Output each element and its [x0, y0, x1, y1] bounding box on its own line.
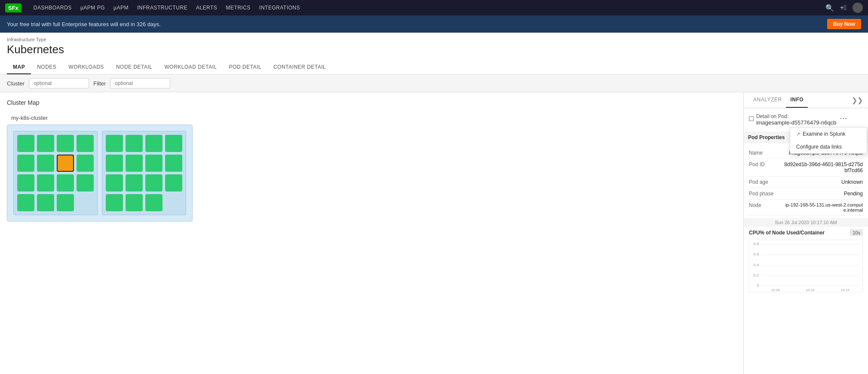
empty-cell — [77, 194, 94, 211]
banner-message: Your free trial with full Enterprise fea… — [7, 21, 161, 27]
list-item[interactable] — [126, 135, 143, 152]
chart-svg: 0.8 0.6 0.4 0.2 0 10:05 10:10 — [749, 240, 862, 292]
main-layout: Cluster Map my-k8s-cluster — [0, 92, 868, 374]
tab-pod-detail[interactable]: POD DETAIL — [223, 61, 267, 74]
cluster-map-title: Cluster Map — [7, 99, 736, 106]
list-item[interactable] — [165, 174, 182, 192]
chart-section: CPU% of Node Used/Container 10s 0.8 0.6 … — [749, 229, 863, 292]
nav-dashboards[interactable]: DASHBOARDS — [34, 5, 72, 11]
top-nav: SFx DASHBOARDS µAPM PG µAPM INFRASTRUCTU… — [0, 0, 868, 15]
nav-uapm[interactable]: µAPM — [113, 5, 129, 11]
svg-text:0.8: 0.8 — [754, 242, 759, 246]
list-item[interactable] — [145, 135, 163, 152]
prop-node: Node ip-192-168-55-131.us-west-2.compute… — [749, 200, 863, 216]
prop-pod-age: Pod age Unknown — [749, 176, 863, 188]
list-item[interactable] — [17, 194, 34, 211]
selected-pod-cell[interactable] — [57, 155, 74, 172]
list-item[interactable] — [145, 194, 163, 211]
page-title: Kubernetes — [7, 43, 861, 56]
filter-bar: Cluster Filter — [0, 75, 868, 92]
svg-text:0.6: 0.6 — [754, 252, 759, 256]
list-item[interactable] — [106, 194, 123, 211]
list-item[interactable] — [126, 155, 143, 172]
cluster-label: Cluster — [7, 80, 25, 87]
right-panel: ANALYZER INFO ❯❯ □ Detail on Pod: images… — [743, 92, 868, 374]
tab-map[interactable]: MAP — [7, 61, 31, 74]
list-item[interactable] — [37, 135, 54, 152]
sfx-logo[interactable]: SFx — [5, 3, 21, 12]
tab-node-detail[interactable]: NODE DETAIL — [110, 61, 159, 74]
examine-in-splunk-item[interactable]: ↗ Examine in Splunk — [790, 128, 867, 140]
list-item[interactable] — [126, 174, 143, 192]
dropdown-menu: ↗ Examine in Splunk Configure data links — [790, 127, 867, 154]
tab-workload-detail[interactable]: WORKLOAD DETAIL — [159, 61, 223, 74]
cluster-input[interactable] — [29, 78, 89, 88]
list-item[interactable] — [145, 155, 163, 172]
tab-bar: MAP NODES WORKLOADS NODE DETAIL WORKLOAD… — [7, 61, 861, 74]
infra-type-label: Infrastructure Type — [7, 37, 861, 42]
panel-expand-icon[interactable]: ❯❯ — [852, 96, 863, 104]
chart-title: CPU% of Node Used/Container — [749, 230, 825, 236]
pod-detail-header: □ Detail on Pod: imagesample-d55776479-n… — [749, 113, 863, 126]
chart-header: CPU% of Node Used/Container 10s — [749, 229, 863, 236]
more-options-button[interactable]: ⋯ — [839, 113, 848, 123]
pod-detail-text: Detail on Pod: imagesample-d55776479-n6q… — [756, 113, 836, 126]
examine-icon: ↗ — [796, 131, 800, 137]
chart-interval: 10s — [850, 229, 863, 236]
list-item[interactable] — [165, 135, 182, 152]
pod-name: imagesample-d55776479-n6qcb — [756, 119, 836, 126]
svg-text:0.4: 0.4 — [754, 263, 759, 267]
empty-cell — [165, 194, 182, 211]
user-avatar[interactable] — [853, 3, 863, 13]
nav-integrations[interactable]: INTEGRATIONS — [259, 5, 300, 11]
list-item[interactable] — [106, 155, 123, 172]
svg-text:0: 0 — [757, 283, 759, 288]
svg-text:10:10: 10:10 — [806, 288, 815, 292]
chart-area: 0.8 0.6 0.4 0.2 0 10:05 10:10 — [749, 240, 863, 292]
list-item[interactable] — [57, 194, 74, 211]
list-item[interactable] — [57, 135, 74, 152]
list-item[interactable] — [37, 194, 54, 211]
nav-infrastructure[interactable]: INFRASTRUCTURE — [137, 5, 187, 11]
filter-label: Filter — [93, 80, 106, 87]
list-item[interactable] — [37, 174, 54, 192]
pod-detail-label: Detail on Pod: — [756, 113, 836, 119]
filter-input[interactable] — [110, 78, 170, 88]
list-item[interactable] — [165, 155, 182, 172]
list-item[interactable] — [17, 135, 34, 152]
trial-banner: Your free trial with full Enterprise fea… — [0, 15, 868, 33]
list-item[interactable] — [126, 194, 143, 211]
search-icon[interactable]: 🔍 — [825, 4, 834, 12]
node-group-1 — [13, 131, 98, 215]
list-item[interactable] — [145, 174, 163, 192]
nav-metrics[interactable]: METRICS — [226, 5, 251, 11]
panel-tab-bar: ANALYZER INFO ❯❯ — [744, 92, 868, 108]
nav-uapm-pg[interactable]: µAPM PG — [80, 5, 105, 11]
add-icon[interactable]: +⃝ — [840, 4, 847, 12]
list-item[interactable] — [77, 174, 94, 192]
configure-data-links-item[interactable]: Configure data links — [790, 140, 867, 153]
list-item[interactable] — [77, 155, 94, 172]
buy-now-button[interactable]: Buy Now — [827, 19, 861, 29]
list-item[interactable] — [17, 174, 34, 192]
tab-analyzer[interactable]: ANALYZER — [749, 92, 786, 108]
tab-container-detail[interactable]: CONTAINER DETAIL — [267, 61, 332, 74]
list-item[interactable] — [77, 135, 94, 152]
list-item[interactable] — [106, 174, 123, 192]
list-item[interactable] — [57, 174, 74, 192]
node-group-2 — [102, 131, 186, 215]
tab-nodes[interactable]: NODES — [31, 61, 62, 74]
cluster-container — [7, 125, 193, 222]
list-item[interactable] — [106, 135, 123, 152]
tab-info[interactable]: INFO — [786, 92, 808, 108]
nav-alerts[interactable]: ALERTS — [196, 5, 217, 11]
svg-text:10:15: 10:15 — [840, 288, 850, 292]
nav-right: 🔍 +⃝ — [825, 3, 863, 13]
list-item[interactable] — [37, 155, 54, 172]
pod-icon: □ — [749, 114, 754, 123]
list-item[interactable] — [17, 155, 34, 172]
tab-workloads[interactable]: WORKLOADS — [62, 61, 110, 74]
cluster-area: Cluster Map my-k8s-cluster — [0, 92, 743, 374]
cluster-name: my-k8s-cluster — [11, 115, 736, 121]
svg-text:0.2: 0.2 — [754, 273, 759, 277]
